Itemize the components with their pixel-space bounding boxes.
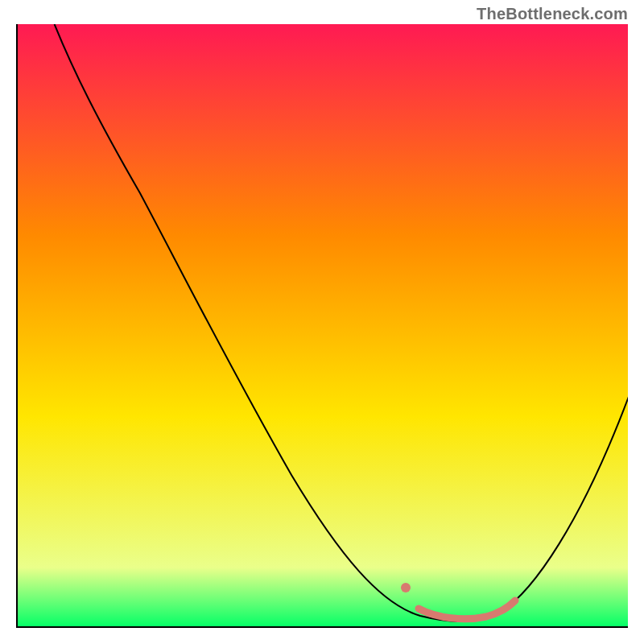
watermark-label: TheBottleneck.com xyxy=(477,5,628,23)
highlight-dot-start xyxy=(401,583,411,592)
chart-svg xyxy=(18,24,628,628)
gradient-background xyxy=(18,24,628,628)
chart-container: TheBottleneck.com xyxy=(0,0,644,644)
plot-area xyxy=(16,24,628,628)
